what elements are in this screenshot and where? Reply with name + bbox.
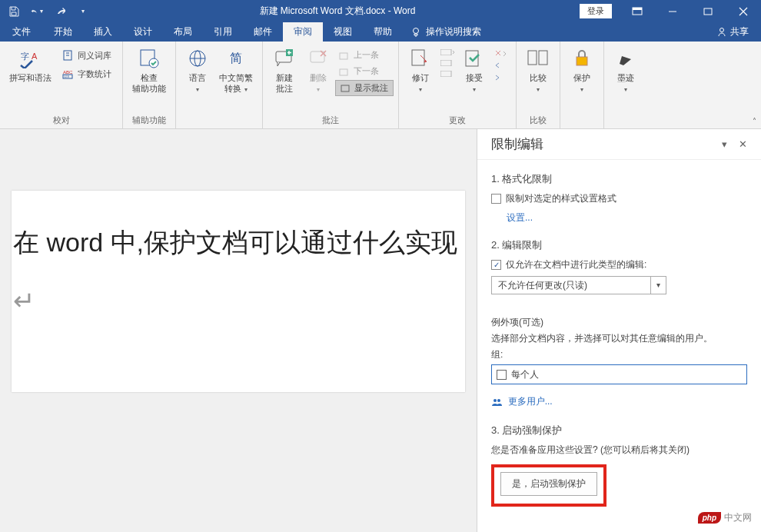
checkbox-unchecked-icon[interactable] (497, 370, 507, 380)
group-language-label (181, 115, 258, 128)
share-button[interactable]: 共享 (704, 22, 761, 42)
minimize-icon[interactable] (655, 0, 690, 22)
accessibility-label: 检查 辅助功能 (132, 72, 166, 94)
pane-options-icon[interactable]: ▾ (715, 138, 733, 150)
language-button[interactable]: 语言▾ (181, 45, 214, 97)
users-icon (491, 395, 505, 407)
window-controls: 登录 (580, 0, 761, 22)
svg-rect-28 (440, 60, 451, 66)
pane-close-icon[interactable]: ✕ (733, 138, 752, 150)
delete-comment-icon (306, 46, 331, 71)
delete-comment-label: 删除 (310, 73, 327, 82)
editing-type-select[interactable]: 不允许任何更改(只读) ▾ (491, 276, 666, 294)
svg-rect-24 (340, 69, 347, 75)
lightbulb-icon (410, 27, 421, 38)
tab-design[interactable]: 设计 (123, 22, 163, 42)
translate-icon: 简 (224, 46, 248, 71)
exceptions-desc: 选择部分文档内容，并选择可以对其任意编辑的用户。 (491, 332, 747, 345)
reviewing-pane-icon[interactable] (440, 71, 454, 77)
svg-rect-27 (440, 49, 451, 55)
maximize-icon[interactable] (690, 0, 726, 22)
show-markup-icon[interactable] (440, 60, 454, 66)
save-icon[interactable] (8, 5, 20, 18)
undo-icon[interactable]: ▾ (31, 5, 43, 18)
content-area: 在 word 中,保护文档可以通过什么实现↵ 限制编辑 ▾ ✕ 1. 格式化限制… (0, 129, 761, 532)
editing-checkbox-row[interactable]: ✓ 仅允许在文档中进行此类型的编辑: (491, 258, 747, 271)
settings-link[interactable]: 设置... (507, 212, 533, 223)
ink-button[interactable]: 墨迹▾ (609, 45, 643, 97)
checkbox-checked-icon[interactable]: ✓ (491, 260, 501, 270)
accessibility-button[interactable]: 检查 辅助功能 (128, 45, 171, 95)
chevron-down-icon: ▾ (196, 86, 199, 93)
chevron-down-icon: ▾ (317, 86, 320, 93)
watermark-logo: php (698, 512, 721, 524)
accessibility-icon (137, 46, 161, 71)
accept-icon (462, 46, 487, 71)
track-changes-button[interactable]: 修订▾ (404, 45, 437, 97)
svg-rect-31 (528, 51, 537, 65)
thesaurus-button[interactable]: 同义词库 (59, 48, 115, 63)
section-enforce: 3. 启动强制保护 (491, 424, 747, 437)
reject-icon[interactable] (494, 49, 508, 57)
document-page[interactable]: 在 word 中,保护文档可以通过什么实现↵ (12, 191, 465, 392)
compare-button[interactable]: 比较▾ (521, 45, 555, 97)
group-ink-label (609, 115, 643, 128)
paragraph-mark-icon: ↵ (13, 286, 35, 315)
tab-view[interactable]: 视图 (323, 22, 363, 42)
formatting-checkbox-row[interactable]: 限制对选定的样式设置格式 (491, 192, 747, 205)
tab-review[interactable]: 审阅 (283, 22, 323, 42)
protect-button[interactable]: 保护▾ (565, 45, 599, 97)
accept-button[interactable]: 接受▾ (457, 45, 491, 97)
pane-body: 1. 格式化限制 限制对选定的样式设置格式 设置... 2. 编辑限制 ✓ 仅允… (477, 160, 761, 514)
collapse-ribbon-icon[interactable]: ˄ (753, 117, 756, 125)
tab-help[interactable]: 帮助 (363, 22, 403, 42)
enforce-protection-button[interactable]: 是，启动强制保护 (500, 472, 597, 496)
tab-references[interactable]: 引用 (203, 22, 243, 42)
redo-icon[interactable] (54, 5, 66, 18)
next-change-icon[interactable] (494, 74, 508, 81)
group-accessibility-label: 辅助功能 (128, 113, 171, 128)
group-compare-label: 比较 (521, 113, 555, 128)
wordcount-button[interactable]: ABC123 字数统计 (59, 66, 115, 81)
group-tracking-label: 更改 (404, 113, 511, 128)
spelling-button[interactable]: 字A 拼写和语法 (5, 45, 56, 85)
delete-comment-button[interactable]: 删除▾ (301, 45, 335, 97)
tab-home[interactable]: 开始 (43, 22, 83, 42)
next-comment-button[interactable]: 下一条 (335, 64, 394, 78)
ribbon-display-icon[interactable] (620, 0, 655, 22)
new-comment-button[interactable]: 新建 批注 (268, 45, 301, 95)
everyone-label: 每个人 (511, 368, 539, 381)
group-accessibility: 检查 辅助功能 辅助功能 (123, 42, 176, 128)
show-comments-button[interactable]: 显示批注 (335, 80, 394, 96)
translate-button[interactable]: 简 中文简繁 转换 ▾ (214, 45, 258, 97)
qat-customize-icon[interactable]: ▾ (77, 5, 89, 18)
chevron-down-icon: ▾ (537, 86, 540, 93)
new-comment-label: 新建 批注 (276, 72, 293, 94)
group-proofing-label: 校对 (5, 113, 118, 128)
prev-comment-button[interactable]: 上一条 (335, 48, 394, 62)
tab-insert[interactable]: 插入 (83, 22, 123, 42)
next-comment-label: 下一条 (354, 65, 379, 77)
tab-layout[interactable]: 布局 (163, 22, 203, 42)
tab-file[interactable]: 文件 (0, 22, 43, 42)
groups-list[interactable]: 每个人 (491, 364, 747, 384)
more-users-link[interactable]: 更多用户... (508, 396, 553, 407)
thesaurus-icon (62, 49, 75, 62)
tab-mailings[interactable]: 邮件 (243, 22, 283, 42)
close-icon[interactable] (726, 0, 761, 22)
thesaurus-label: 同义词库 (78, 50, 111, 62)
ribbon: 字A 拼写和语法 同义词库 ABC123 字数统计 校对 (0, 42, 761, 129)
group-compare: 比较▾ 比较 (517, 42, 560, 128)
login-button[interactable]: 登录 (580, 4, 612, 18)
checkbox-unchecked-icon[interactable] (491, 194, 501, 204)
compare-icon (526, 46, 550, 71)
document-area[interactable]: 在 word 中,保护文档可以通过什么实现↵ (0, 129, 477, 532)
prev-change-icon[interactable] (494, 62, 508, 69)
document-text[interactable]: 在 word 中,保护文档可以通过什么实现↵ (12, 214, 465, 331)
show-comments-label: 显示批注 (354, 82, 388, 94)
tell-me-search[interactable]: 操作说明搜索 (403, 22, 489, 42)
translate-label: 中文简繁 转换 (219, 73, 253, 93)
pane-title: 限制编辑 (491, 135, 715, 153)
svg-text:字: 字 (21, 52, 29, 61)
display-for-review-icon[interactable] (440, 49, 454, 55)
